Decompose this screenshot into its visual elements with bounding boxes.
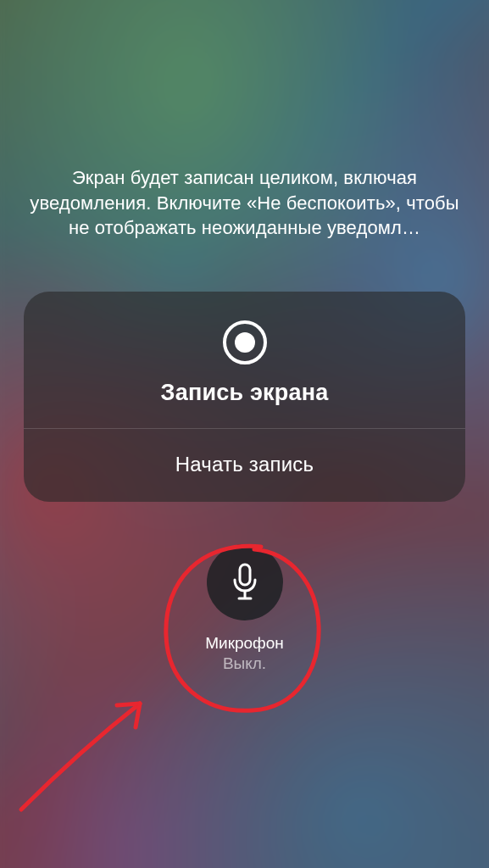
- microphone-toggle-button[interactable]: [207, 544, 283, 620]
- microphone-icon: [230, 563, 260, 602]
- record-dot-icon: [235, 332, 255, 353]
- recording-description-text: Экран будет записан целиком, включая уве…: [24, 165, 465, 241]
- recording-header: Запись экрана: [24, 292, 465, 428]
- screen-record-icon: [223, 320, 267, 364]
- start-recording-label: Начать запись: [175, 453, 314, 476]
- recording-control-panel: Запись экрана Начать запись: [24, 292, 465, 502]
- screen-recording-sheet: Экран будет записан целиком, включая уве…: [0, 0, 489, 868]
- microphone-section: Микрофон Выкл.: [205, 544, 284, 673]
- microphone-status: Выкл.: [223, 654, 266, 673]
- svg-rect-0: [240, 565, 250, 585]
- panel-title: Запись экрана: [161, 380, 329, 406]
- microphone-label: Микрофон: [205, 634, 284, 653]
- start-recording-button[interactable]: Начать запись: [24, 429, 465, 502]
